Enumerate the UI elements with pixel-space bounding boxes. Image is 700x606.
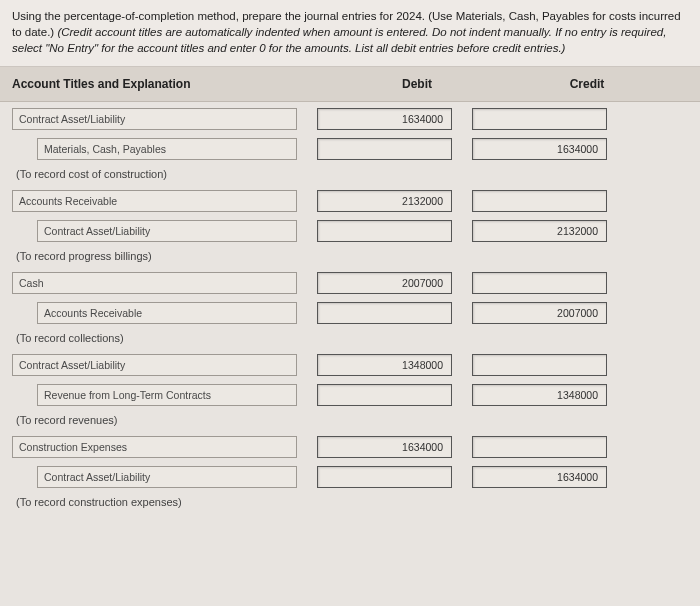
instructions-block: Using the percentage-of-completion metho… bbox=[0, 0, 700, 67]
debit-input[interactable]: 1634000 bbox=[317, 436, 452, 458]
account-select[interactable]: Contract Asset/Liability bbox=[37, 220, 297, 242]
entry-row: Accounts Receivable 2007000 bbox=[12, 302, 688, 324]
entries-container: Contract Asset/Liability 1634000 Materia… bbox=[0, 102, 700, 526]
credit-input[interactable] bbox=[472, 272, 607, 294]
account-select[interactable]: Accounts Receivable bbox=[37, 302, 297, 324]
entry-row: Contract Asset/Liability 1634000 bbox=[12, 108, 688, 130]
account-select[interactable]: Accounts Receivable bbox=[12, 190, 297, 212]
entry-row: Contract Asset/Liability 2132000 bbox=[12, 220, 688, 242]
entry-caption: (To record progress billings) bbox=[16, 250, 301, 262]
entry-row: Revenue from Long-Term Contracts 1348000 bbox=[12, 384, 688, 406]
account-select[interactable]: Cash bbox=[12, 272, 297, 294]
entry-row: Cash 2007000 bbox=[12, 272, 688, 294]
account-select[interactable]: Contract Asset/Liability bbox=[12, 354, 297, 376]
credit-input[interactable]: 2132000 bbox=[472, 220, 607, 242]
account-select[interactable]: Contract Asset/Liability bbox=[12, 108, 297, 130]
debit-input[interactable] bbox=[317, 384, 452, 406]
entry-row: Accounts Receivable 2132000 bbox=[12, 190, 688, 212]
entry-row: Materials, Cash, Payables 1634000 bbox=[12, 138, 688, 160]
credit-input[interactable] bbox=[472, 108, 607, 130]
debit-input[interactable] bbox=[317, 138, 452, 160]
credit-input[interactable]: 1634000 bbox=[472, 138, 607, 160]
credit-input[interactable] bbox=[472, 354, 607, 376]
credit-input[interactable] bbox=[472, 190, 607, 212]
entry-caption: (To record revenues) bbox=[16, 414, 301, 426]
entry-row: Contract Asset/Liability 1348000 bbox=[12, 354, 688, 376]
entry-row: Construction Expenses 1634000 bbox=[12, 436, 688, 458]
account-select[interactable]: Construction Expenses bbox=[12, 436, 297, 458]
header-debit: Debit bbox=[332, 77, 502, 91]
credit-input[interactable]: 1634000 bbox=[472, 466, 607, 488]
debit-input[interactable] bbox=[317, 220, 452, 242]
debit-input[interactable]: 1634000 bbox=[317, 108, 452, 130]
header-account: Account Titles and Explanation bbox=[12, 77, 332, 91]
debit-input[interactable]: 2132000 bbox=[317, 190, 452, 212]
entry-caption: (To record construction expenses) bbox=[16, 496, 301, 508]
credit-input[interactable]: 1348000 bbox=[472, 384, 607, 406]
debit-input[interactable]: 1348000 bbox=[317, 354, 452, 376]
header-credit: Credit bbox=[502, 77, 672, 91]
debit-input[interactable]: 2007000 bbox=[317, 272, 452, 294]
debit-input[interactable] bbox=[317, 302, 452, 324]
debit-input[interactable] bbox=[317, 466, 452, 488]
credit-input[interactable] bbox=[472, 436, 607, 458]
account-select[interactable]: Contract Asset/Liability bbox=[37, 466, 297, 488]
credit-input[interactable]: 2007000 bbox=[472, 302, 607, 324]
account-select[interactable]: Revenue from Long-Term Contracts bbox=[37, 384, 297, 406]
column-header-row: Account Titles and Explanation Debit Cre… bbox=[0, 67, 700, 102]
instructions-text-italic: (Credit account titles are automatically… bbox=[12, 26, 666, 54]
account-select[interactable]: Materials, Cash, Payables bbox=[37, 138, 297, 160]
entry-row: Contract Asset/Liability 1634000 bbox=[12, 466, 688, 488]
entry-caption: (To record collections) bbox=[16, 332, 301, 344]
entry-caption: (To record cost of construction) bbox=[16, 168, 301, 180]
